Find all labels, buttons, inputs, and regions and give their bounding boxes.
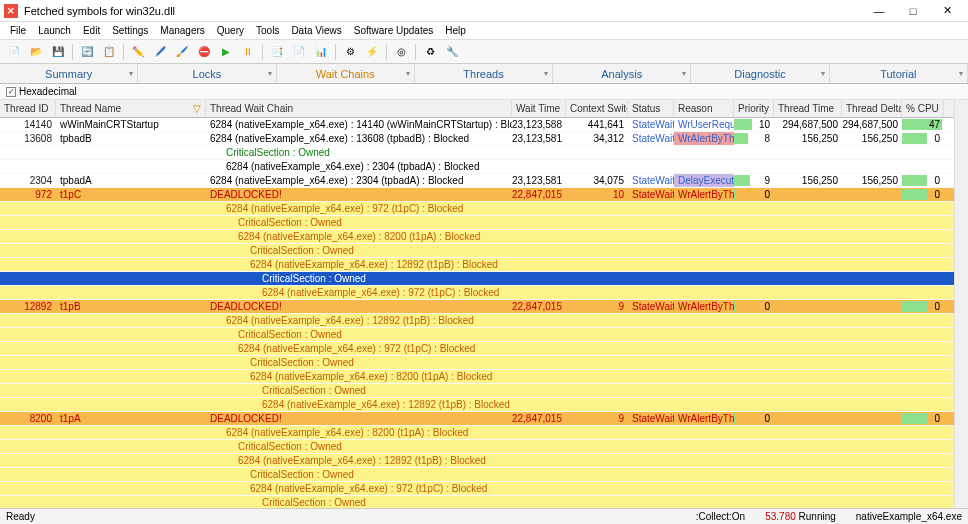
target-icon[interactable]: ◎ bbox=[391, 42, 411, 62]
menu-file[interactable]: File bbox=[4, 23, 32, 38]
col-thread-time[interactable]: Thread Time bbox=[774, 100, 842, 117]
page-icon[interactable]: 📄 bbox=[289, 42, 309, 62]
menu-settings[interactable]: Settings bbox=[106, 23, 154, 38]
table-row[interactable]: 2304tpbadA6284 (nativeExample_x64.exe) :… bbox=[0, 174, 954, 188]
status-collect: :Collect:On bbox=[696, 511, 745, 522]
checkbox-label: Hexadecimal bbox=[19, 86, 77, 97]
status-ready: Ready bbox=[6, 511, 35, 522]
tab-threads[interactable]: Threads▾ bbox=[415, 64, 553, 83]
col--cpu[interactable]: % CPU bbox=[902, 100, 944, 117]
tab-locks[interactable]: Locks▾ bbox=[138, 64, 276, 83]
tab-tutorial[interactable]: Tutorial▾ bbox=[830, 64, 968, 83]
pencil-icon[interactable]: 🖊️ bbox=[150, 42, 170, 62]
app-icon: ✕ bbox=[4, 4, 18, 18]
scrollbar[interactable] bbox=[954, 118, 968, 508]
menu-managers[interactable]: Managers bbox=[154, 23, 210, 38]
col-thread-delta[interactable]: Thread Delta bbox=[842, 100, 902, 117]
main-tabs: Summary▾Locks▾Wait Chains▾Threads▾Analys… bbox=[0, 64, 968, 84]
maximize-button[interactable]: □ bbox=[896, 1, 930, 21]
menu-tools[interactable]: Tools bbox=[250, 23, 285, 38]
table-row[interactable]: 14140wWinMainCRTStartup6284 (nativeExamp… bbox=[0, 118, 954, 132]
tab-summary[interactable]: Summary▾ bbox=[0, 64, 138, 83]
table-row[interactable]: 6284 (nativeExample_x64.exe) : 972 (t1pC… bbox=[0, 482, 954, 496]
table-row[interactable]: CriticalSection : Owned bbox=[0, 440, 954, 454]
table-row[interactable]: 6284 (nativeExample_x64.exe) : 8200 (t1p… bbox=[0, 426, 954, 440]
col-context-switches[interactable]: Context Switches bbox=[566, 100, 628, 117]
table-row[interactable]: CriticalSection : Owned bbox=[0, 216, 954, 230]
options-bar: ✓ Hexadecimal bbox=[0, 84, 968, 100]
col-thread-name[interactable]: Thread Name ▽ bbox=[56, 100, 206, 117]
menu-edit[interactable]: Edit bbox=[77, 23, 106, 38]
menu-software-updates[interactable]: Software Updates bbox=[348, 23, 440, 38]
table-row[interactable]: CriticalSection : Owned bbox=[0, 272, 954, 286]
col-status[interactable]: Status bbox=[628, 100, 674, 117]
status-running: 53.780 Running bbox=[765, 511, 836, 522]
open-icon[interactable]: 📂 bbox=[26, 42, 46, 62]
table-row[interactable]: 6284 (nativeExample_x64.exe) : 972 (t1pC… bbox=[0, 202, 954, 216]
table-row[interactable]: 8200t1pADEADLOCKED!22,847,0159StateWaitW… bbox=[0, 412, 954, 426]
menu-data-views[interactable]: Data Views bbox=[285, 23, 347, 38]
menu-launch[interactable]: Launch bbox=[32, 23, 77, 38]
hexadecimal-checkbox[interactable]: ✓ Hexadecimal bbox=[6, 86, 77, 97]
chart-icon[interactable]: 📊 bbox=[311, 42, 331, 62]
table-row[interactable]: CriticalSection : Owned bbox=[0, 384, 954, 398]
table-row[interactable]: CriticalSection : Owned bbox=[0, 146, 954, 160]
menu-help[interactable]: Help bbox=[439, 23, 472, 38]
brush-icon[interactable]: 🖌️ bbox=[172, 42, 192, 62]
play-icon[interactable]: ▶ bbox=[216, 42, 236, 62]
table-row[interactable]: 6284 (nativeExample_x64.exe) : 12892 (t1… bbox=[0, 398, 954, 412]
tab-analysis[interactable]: Analysis▾ bbox=[553, 64, 691, 83]
table-row[interactable]: 6284 (nativeExample_x64.exe) : 8200 (t1p… bbox=[0, 370, 954, 384]
gear-icon[interactable]: ⚙ bbox=[340, 42, 360, 62]
statusbar: Ready :Collect:On 53.780 Running nativeE… bbox=[0, 508, 968, 524]
bolt-icon[interactable]: ⚡ bbox=[362, 42, 382, 62]
stop-icon[interactable]: ⛔ bbox=[194, 42, 214, 62]
table-row[interactable]: CriticalSection : Owned bbox=[0, 356, 954, 370]
table-row[interactable]: 6284 (nativeExample_x64.exe) : 972 (t1pC… bbox=[0, 286, 954, 300]
pause-icon[interactable]: ⏸ bbox=[238, 42, 258, 62]
table-row[interactable]: 6284 (nativeExample_x64.exe) : 8200 (t1p… bbox=[0, 230, 954, 244]
col-thread-wait-chain[interactable]: Thread Wait Chain bbox=[206, 100, 512, 117]
tab-wait-chains[interactable]: Wait Chains▾ bbox=[277, 64, 415, 83]
table-row[interactable]: CriticalSection : Owned bbox=[0, 496, 954, 508]
status-file: nativeExample_x64.exe bbox=[856, 511, 962, 522]
table-row[interactable]: CriticalSection : Owned bbox=[0, 328, 954, 342]
toolbar: 📄📂💾🔄📋✏️🖊️🖌️⛔▶⏸📑📄📊⚙⚡◎♻🔧 bbox=[0, 40, 968, 64]
recycle-icon[interactable]: ♻ bbox=[420, 42, 440, 62]
col-priority[interactable]: Priority bbox=[734, 100, 774, 117]
tool-icon[interactable]: 🔧 bbox=[442, 42, 462, 62]
close-button[interactable]: ✕ bbox=[930, 1, 964, 21]
tab-diagnostic[interactable]: Diagnostic▾ bbox=[691, 64, 829, 83]
grid-body[interactable]: 14140wWinMainCRTStartup6284 (nativeExamp… bbox=[0, 118, 954, 508]
table-row[interactable]: 6284 (nativeExample_x64.exe) : 12892 (t1… bbox=[0, 314, 954, 328]
table-row[interactable]: 6284 (nativeExample_x64.exe) : 12892 (t1… bbox=[0, 258, 954, 272]
checkbox-box: ✓ bbox=[6, 87, 16, 97]
titlebar: ✕ Fetched symbols for win32u.dll — □ ✕ bbox=[0, 0, 968, 22]
refresh-icon[interactable]: 🔄 bbox=[77, 42, 97, 62]
col-wait-time[interactable]: Wait Time bbox=[512, 100, 566, 117]
col-reason[interactable]: Reason bbox=[674, 100, 734, 117]
table-row[interactable]: 13608tpbadB6284 (nativeExample_x64.exe) … bbox=[0, 132, 954, 146]
window-title: Fetched symbols for win32u.dll bbox=[24, 5, 862, 17]
doc-icon[interactable]: 📑 bbox=[267, 42, 287, 62]
table-row[interactable]: CriticalSection : Owned bbox=[0, 468, 954, 482]
table-row[interactable]: CriticalSection : Owned bbox=[0, 244, 954, 258]
menu-query[interactable]: Query bbox=[211, 23, 250, 38]
table-row[interactable]: 6284 (nativeExample_x64.exe) : 12892 (t1… bbox=[0, 454, 954, 468]
grid-header: Thread IDThread Name ▽Thread Wait ChainW… bbox=[0, 100, 954, 118]
menubar: FileLaunchEditSettingsManagersQueryTools… bbox=[0, 22, 968, 40]
edit-icon[interactable]: ✏️ bbox=[128, 42, 148, 62]
new-icon[interactable]: 📄 bbox=[4, 42, 24, 62]
table-row[interactable]: 6284 (nativeExample_x64.exe) : 2304 (tpb… bbox=[0, 160, 954, 174]
col-thread-id[interactable]: Thread ID bbox=[0, 100, 56, 117]
minimize-button[interactable]: — bbox=[862, 1, 896, 21]
table-row[interactable]: 12892t1pBDEADLOCKED!22,847,0159StateWait… bbox=[0, 300, 954, 314]
save-icon[interactable]: 💾 bbox=[48, 42, 68, 62]
table-row[interactable]: 972t1pCDEADLOCKED!22,847,01510StateWaitW… bbox=[0, 188, 954, 202]
table-row[interactable]: 6284 (nativeExample_x64.exe) : 972 (t1pC… bbox=[0, 342, 954, 356]
copy-icon[interactable]: 📋 bbox=[99, 42, 119, 62]
